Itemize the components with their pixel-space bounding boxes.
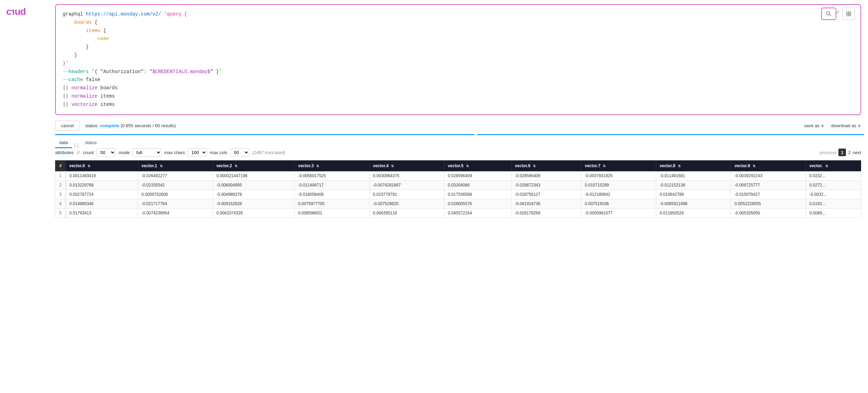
code-token: }' [63, 61, 69, 66]
cell-vector.8: -0.011481681 [656, 171, 731, 180]
cell-vector.0: 0.002787724 [66, 190, 138, 199]
code-token: || [63, 102, 71, 107]
table-col-vector.8[interactable]: vector.8 ⇅ [656, 160, 731, 171]
cell-vector.8: -0.0065911696 [656, 199, 731, 208]
cell-vector.0: 0.013229768 [66, 180, 138, 190]
previous-button: previous [819, 150, 836, 155]
code-token: normalize [71, 85, 97, 91]
cell-vector.1: 0.0059702606 [138, 190, 213, 199]
mode-label: mode [118, 150, 130, 155]
cell-vector.9: -0.009725777 [731, 180, 806, 190]
max-cols-select[interactable]: 50 25 100 [230, 148, 249, 157]
code-token: boards [97, 85, 118, 91]
code-token: 'query { [161, 11, 187, 17]
cell-vector.x: 0.0192... [806, 199, 861, 208]
cell-vector.1: -0.026482277 [138, 171, 213, 180]
cell-vector.6: -0.028756127 [511, 190, 581, 199]
max-chars-select[interactable]: 100 50 200 500 [188, 148, 207, 157]
cell-vector.4: 0.006395116 [369, 208, 444, 218]
cell-vector.5: 0.017536568 [444, 190, 512, 199]
cell-vector.6: -0.041918736 [511, 199, 581, 208]
search-button[interactable] [821, 8, 836, 20]
table-col-vector.9[interactable]: vector.9 ⇅ [731, 160, 806, 171]
next-button[interactable]: next [852, 150, 861, 155]
cell-vector.0: 0.0011483419 [66, 171, 138, 180]
blue-line-left [55, 134, 474, 135]
code-token: --cache [63, 77, 83, 82]
code-token: { [100, 28, 106, 33]
row-num: 5 [55, 208, 66, 218]
cell-vector.7: -0.012180842 [581, 190, 656, 199]
count-select[interactable]: 50 25 100 200 [96, 148, 116, 157]
save-as-label: save as [804, 123, 819, 128]
code-token: boards [74, 20, 92, 25]
cell-vector.1: -0.02335542 [138, 180, 213, 190]
cell-vector.9: -0.0039292243 [731, 171, 806, 180]
cell-vector.5: 0.045572154 [444, 208, 512, 218]
cancel-button[interactable]: cancel [55, 121, 80, 131]
cell-vector.2: -0.006004905 [213, 180, 294, 190]
cell-vector.1: -0.021717764 [138, 199, 213, 208]
status-complete: complete [100, 123, 120, 128]
cell-vector.5: 0.03264066 [444, 180, 512, 190]
table-col-num[interactable]: # [55, 160, 66, 171]
code-token: graphql [63, 11, 86, 17]
code-token: items [97, 102, 115, 107]
code-token: } [74, 52, 77, 58]
table-col-vector.5[interactable]: vector.5 ⇅ [444, 160, 512, 171]
data-table: #vector.0 ⇅vector.1 ⇅vector.2 ⇅vector.3 … [55, 160, 861, 218]
grid-button[interactable] [843, 8, 855, 20]
cell-vector.x: 0.0272... [806, 180, 861, 190]
table-row: 10.0011483419-0.0264822770.000021447198-… [55, 171, 861, 180]
page-2-button[interactable]: 2 [848, 150, 850, 155]
svg-point-0 [827, 12, 830, 15]
table-row: 40.014685346-0.021717764-0.0091628280.00… [55, 199, 861, 208]
tab-data[interactable]: data [55, 138, 72, 148]
cell-vector.8: -0.012152138 [656, 180, 731, 190]
download-as-button[interactable]: download as ∨ [831, 123, 861, 128]
table-header: #vector.0 ⇅vector.1 ⇅vector.2 ⇅vector.3 … [55, 160, 861, 171]
cell-vector.8: 0.011893526 [656, 208, 731, 218]
max-cols-label: max cols [210, 150, 227, 155]
download-as-label: download as [831, 123, 856, 128]
table-col-vector.2[interactable]: vector.2 ⇅ [213, 160, 294, 171]
svg-rect-2 [847, 12, 848, 13]
table-col-vector.6[interactable]: vector.6 ⇅ [511, 160, 581, 171]
cell-vector.4: 0.015778791 [369, 190, 444, 199]
save-as-button[interactable]: save as ∨ [804, 123, 824, 128]
code-line: }' [63, 60, 854, 68]
tab-underlines [55, 134, 861, 135]
code-line: items { [63, 27, 854, 35]
mode-select[interactable]: full compact minimal [133, 148, 162, 157]
tab-status[interactable]: status [81, 138, 101, 148]
cell-vector.9: 0.0052226055 [731, 199, 806, 208]
code-line: boards { [63, 19, 854, 27]
controls-row: attributes ⇄ count 50 25 100 200 mode fu… [55, 148, 861, 157]
logo-text: c [6, 6, 11, 17]
sort-icon: ⇅ [678, 164, 681, 168]
status-text: status: complete (0.855 seconds / 60 res… [85, 123, 176, 128]
code-token: $CREDENTIALS.monday$ [152, 69, 210, 74]
page-1-button[interactable]: 1 [838, 149, 846, 156]
table-col-vector.0[interactable]: vector.0 ⇅ [66, 160, 138, 171]
table-col-vector.1[interactable]: vector.1 ⇅ [138, 160, 213, 171]
table-row: 50.01793413-0.00742389540.00620743350.00… [55, 208, 861, 218]
table-col-vector.7[interactable]: vector.7 ⇅ [581, 160, 656, 171]
code-token: } [86, 44, 89, 50]
table-col-vector.3[interactable]: vector.3 ⇅ [294, 160, 369, 171]
cell-vector.0: 0.014685346 [66, 199, 138, 208]
cell-vector.3: -0.018058408 [294, 190, 369, 199]
toolbar-row: cancel status: complete (0.855 seconds /… [55, 121, 861, 131]
table-col-vector.x[interactable]: vector. ⇅ [806, 160, 861, 171]
code-token: { [92, 20, 97, 25]
logo-d: d [20, 6, 26, 17]
table-col-vector.4[interactable]: vector.4 ⇅ [369, 160, 444, 171]
truncated-info: (1487 truncated) [252, 150, 285, 155]
code-token: items [97, 93, 115, 99]
code-line: name [63, 35, 854, 43]
cell-vector.6: -0.026178269 [511, 208, 581, 218]
sort-icon: ⇅ [87, 164, 90, 168]
code-line: } [63, 43, 854, 51]
cell-vector.3: 0.0075977705 [294, 199, 369, 208]
code-line: graphql https://api.monday.com/v2/ 'quer… [63, 10, 854, 19]
